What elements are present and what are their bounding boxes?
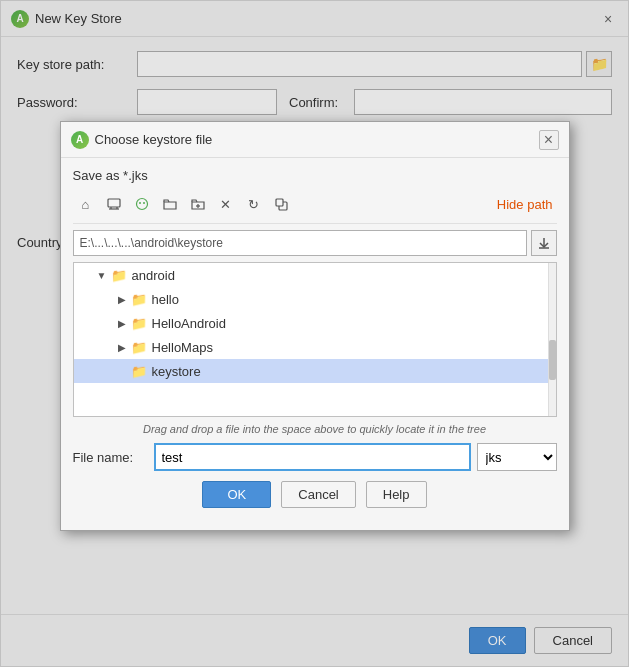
svg-rect-10 [276,199,283,206]
refresh-button[interactable]: ↻ [241,191,267,217]
extension-select[interactable]: jks p12 [477,443,557,471]
svg-rect-0 [108,199,120,207]
tree-item-hello-maps[interactable]: ▶ 📁 HelloMaps [74,335,556,359]
inner-cancel-button[interactable]: Cancel [281,481,355,508]
tree-label-keystore: keystore [152,364,201,379]
tree-scrollbar-thumb [549,340,556,380]
home-button[interactable]: ⌂ [73,191,99,217]
inner-app-icon-letter: A [76,134,83,145]
tree-item-hello[interactable]: ▶ 📁 hello [74,287,556,311]
tree-scrollbar[interactable] [548,263,556,416]
folder-icon-android: 📁 [110,266,128,284]
inner-app-icon: A [71,131,89,149]
hide-path-button[interactable]: Hide path [493,195,557,214]
inner-ok-button[interactable]: OK [202,481,271,508]
folder-icon-keystore: 📁 [130,362,148,380]
tree-item-hello-android[interactable]: ▶ 📁 HelloAndroid [74,311,556,335]
tree-arrow-android: ▼ [94,267,110,283]
drag-hint: Drag and drop a file into the space abov… [73,423,557,435]
inner-title-bar: A Choose keystore file × [61,122,569,158]
tree-arrow-hello-android: ▶ [114,315,130,331]
tree-label-hello: hello [152,292,179,307]
android-icon-button[interactable] [129,191,155,217]
folder-icon-hello-maps: 📁 [130,338,148,356]
tree-item-android[interactable]: ▼ 📁 android [74,263,556,287]
filename-row: File name: jks p12 [73,443,557,471]
file-toolbar: ⌂ ✕ ↻ [73,191,557,224]
svg-point-4 [136,199,147,210]
path-bar [73,230,557,256]
tree-label-android: android [132,268,175,283]
new-key-store-dialog: A New Key Store × Key store path: 📁 Pass… [0,0,629,667]
new-folder-button[interactable] [185,191,211,217]
tree-label-hello-maps: HelloMaps [152,340,213,355]
modal-overlay: A Choose keystore file × Save as *.jks ⌂ [1,1,628,666]
tree-arrow-hello: ▶ [114,291,130,307]
folder-icon-hello-android: 📁 [130,314,148,332]
filename-label: File name: [73,450,148,465]
svg-point-5 [139,202,141,204]
filename-input[interactable] [154,443,471,471]
svg-point-6 [143,202,145,204]
inner-title-left: A Choose keystore file [71,131,213,149]
file-tree: ▼ 📁 android ▶ 📁 hello ▶ 📁 HelloAndr [73,262,557,417]
path-download-button[interactable] [531,230,557,256]
inner-close-button[interactable]: × [539,130,559,150]
delete-button[interactable]: ✕ [213,191,239,217]
desktop-button[interactable] [101,191,127,217]
inner-help-button[interactable]: Help [366,481,427,508]
save-as-label: Save as *.jks [73,168,557,183]
tree-item-keystore[interactable]: ▶ 📁 keystore [74,359,556,383]
choose-keystore-dialog: A Choose keystore file × Save as *.jks ⌂ [60,121,570,531]
inner-dialog-title: Choose keystore file [95,132,213,147]
path-input[interactable] [73,230,527,256]
parent-folder-button[interactable] [157,191,183,217]
inner-dialog-body: Save as *.jks ⌂ ✕ [61,158,569,530]
tree-label-hello-android: HelloAndroid [152,316,226,331]
inner-dialog-footer: OK Cancel Help [73,481,557,520]
copy-button[interactable] [269,191,295,217]
folder-icon-hello: 📁 [130,290,148,308]
tree-arrow-hello-maps: ▶ [114,339,130,355]
